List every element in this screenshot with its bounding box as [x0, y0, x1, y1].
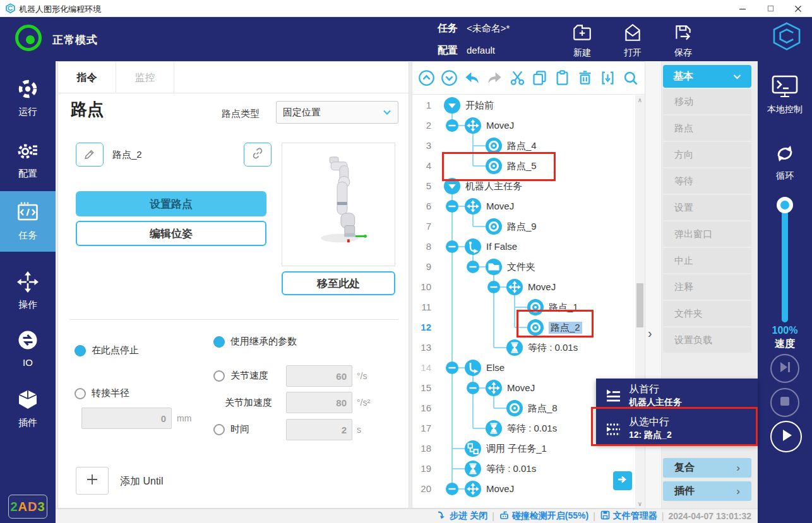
step-forward-button[interactable]	[770, 354, 799, 383]
cut-icon[interactable]	[508, 69, 527, 87]
collapse-icon[interactable]	[444, 178, 460, 194]
collapse-minus-icon[interactable]	[487, 281, 500, 293]
context-menu-item-从选中行[interactable]: 从选中行12: 路点_2	[596, 411, 758, 444]
blend-radius-input[interactable]	[81, 408, 172, 429]
tree-node-label[interactable]: 调用 子任务_1	[486, 443, 547, 455]
tree-node-label[interactable]: MoveJ	[486, 120, 514, 131]
scroll-up-icon[interactable]: ∧	[635, 95, 645, 105]
palette-item-文件夹[interactable]: 文件夹	[663, 301, 751, 326]
tree-node-label[interactable]: 等待 : 0.01s	[528, 342, 578, 354]
palette-item-方向[interactable]: 方向	[663, 142, 751, 167]
collapse-minus-icon[interactable]	[446, 200, 458, 213]
add-until-button[interactable]	[76, 467, 109, 495]
tree-node-label[interactable]: 文件夹	[507, 261, 535, 273]
tree-node-label[interactable]: MoveJ	[507, 382, 535, 393]
scrollbar-thumb[interactable]	[636, 283, 643, 327]
move-here-button[interactable]: 移至此处	[282, 271, 395, 295]
tree-row-9[interactable]: 9文件夹	[412, 257, 635, 277]
loop-button[interactable]: 循环	[758, 140, 812, 182]
tree-node-label[interactable]: 开始前	[465, 100, 494, 112]
waypoint-icon[interactable]	[486, 158, 502, 174]
collapse-icon[interactable]	[444, 97, 460, 114]
scroll-down-icon[interactable]: ∨	[635, 499, 645, 509]
waypoint-icon[interactable]	[486, 218, 502, 235]
context-menu-item-从首行[interactable]: 从首行机器人主任务	[596, 379, 758, 411]
collapse-minus-icon[interactable]	[467, 382, 479, 394]
waypoint-type-select[interactable]: 固定位置	[276, 101, 398, 124]
tree-row-11[interactable]: 11路点_1	[412, 297, 635, 317]
tree-row-13[interactable]: 13等待 : 0.01s	[412, 338, 635, 358]
tree-node-label[interactable]: 机器人主任务	[465, 180, 522, 192]
palette-group-复合[interactable]: 复合›	[663, 458, 751, 478]
wait-icon[interactable]	[465, 461, 481, 477]
tree-row-3[interactable]: 3路点_4	[412, 136, 635, 156]
sidebar-item-配置[interactable]: 配置	[0, 134, 56, 185]
wait-icon[interactable]	[506, 339, 523, 356]
palette-item-路点[interactable]: 路点	[663, 115, 751, 141]
copy-icon[interactable]	[531, 69, 549, 87]
tree-scrollbar[interactable]: ∧ ∨	[635, 95, 645, 509]
collapse-minus-icon[interactable]	[467, 261, 479, 273]
palette-item-设置[interactable]: 设置	[663, 195, 751, 220]
joint-speed-radio[interactable]: 关节速度	[213, 370, 268, 382]
rename-waypoint-button[interactable]	[76, 143, 104, 167]
palette-item-弹出窗口[interactable]: 弹出窗口	[663, 221, 751, 247]
palette-group-basic[interactable]: 基本	[663, 65, 751, 88]
blend-radius-radio[interactable]: 转接半径	[75, 387, 129, 399]
tree-row-14[interactable]: 14Else	[412, 358, 635, 378]
palette-item-移动[interactable]: 移动	[663, 89, 751, 114]
tree-node-label[interactable]: 等待 : 0.01s	[507, 423, 557, 435]
speed-slider-track[interactable]	[782, 204, 788, 322]
joint-speed-input[interactable]	[286, 365, 352, 387]
palette-item-中止[interactable]: 中止	[663, 248, 751, 273]
tree-row-10[interactable]: 10MoveJ	[412, 277, 635, 297]
mode-indicator-icon[interactable]	[15, 25, 42, 51]
time-input[interactable]	[286, 419, 352, 440]
tab-instruction[interactable]: 指令	[58, 62, 116, 93]
inherit-params-radio[interactable]: 使用继承的参数	[213, 336, 297, 348]
tree-row-5[interactable]: 5机器人主任务	[412, 176, 635, 196]
delete-icon[interactable]	[576, 69, 594, 87]
undo-icon[interactable]	[463, 69, 481, 87]
speed-slider-handle[interactable]	[777, 197, 793, 213]
header-action-新建[interactable]: 新建	[562, 22, 602, 59]
waypoint-icon[interactable]	[486, 138, 502, 154]
movej-icon[interactable]	[486, 380, 502, 396]
palette-item-注释[interactable]: 注释	[663, 274, 751, 300]
sidebar-item-IO[interactable]: IO	[0, 323, 56, 375]
palette-group-插件[interactable]: 插件›	[663, 481, 751, 501]
collapse-panel-handle[interactable]: ›	[648, 326, 652, 341]
minimize-button[interactable]	[729, 0, 756, 17]
collapse-minus-icon[interactable]	[446, 240, 458, 253]
palette-item-等待[interactable]: 等待	[663, 168, 751, 194]
move-down-icon[interactable]	[440, 69, 458, 87]
tree-node-label[interactable]: If False	[486, 241, 517, 252]
tree-node-label[interactable]: MoveJ	[486, 483, 514, 494]
header-action-保存[interactable]: 保存	[663, 22, 703, 59]
tree-row-12[interactable]: 12路点_2	[412, 317, 635, 338]
link-waypoint-button[interactable]	[244, 143, 272, 167]
header-action-打开[interactable]: 打开	[612, 22, 653, 59]
else-icon[interactable]	[465, 360, 481, 376]
tab-monitor[interactable]: 监控	[116, 62, 174, 93]
edit-pose-button[interactable]: 编辑位姿	[76, 221, 266, 246]
tree-node-label[interactable]: MoveJ	[528, 281, 556, 292]
tree-node-label[interactable]: MoveJ	[486, 201, 514, 211]
paste-icon[interactable]	[553, 69, 571, 87]
tree-row-7[interactable]: 7路点_9	[412, 216, 635, 237]
waypoint-icon[interactable]	[506, 400, 523, 416]
movej-icon[interactable]	[465, 198, 481, 214]
set-waypoint-button[interactable]: 设置路点	[76, 191, 266, 216]
tree-node-label[interactable]: 路点_2	[549, 322, 582, 334]
sidebar-item-运行[interactable]: 运行	[0, 72, 56, 124]
tree-row-6[interactable]: 6MoveJ	[412, 196, 635, 216]
stop-button[interactable]	[770, 388, 799, 417]
jump-to-selected-button[interactable]	[613, 471, 632, 490]
if-icon[interactable]	[465, 238, 481, 255]
search-icon[interactable]	[621, 69, 640, 87]
tree-node-label[interactable]: 路点_1	[549, 302, 578, 314]
waypoint-icon[interactable]	[527, 319, 544, 336]
time-radio[interactable]: 时间	[213, 423, 249, 435]
tree-node-label[interactable]: 路点_4	[507, 140, 537, 152]
stop-here-radio[interactable]: 在此点停止	[75, 344, 139, 356]
